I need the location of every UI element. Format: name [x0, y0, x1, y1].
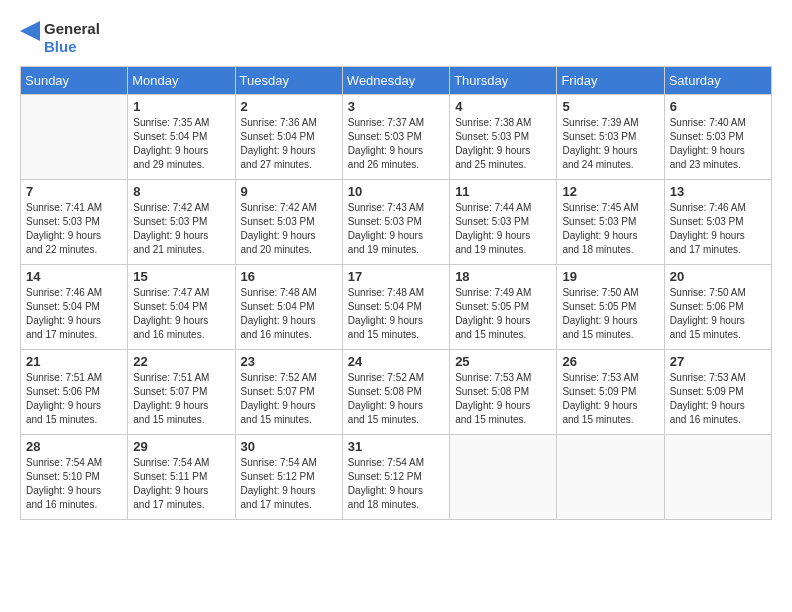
day-info: Sunrise: 7:54 AMSunset: 5:12 PMDaylight:…: [348, 456, 444, 512]
calendar-cell: 8Sunrise: 7:42 AMSunset: 5:03 PMDaylight…: [128, 180, 235, 265]
calendar-cell: 9Sunrise: 7:42 AMSunset: 5:03 PMDaylight…: [235, 180, 342, 265]
day-info: Sunrise: 7:52 AMSunset: 5:08 PMDaylight:…: [348, 371, 444, 427]
day-info: Sunrise: 7:42 AMSunset: 5:03 PMDaylight:…: [241, 201, 337, 257]
day-number: 24: [348, 354, 444, 369]
calendar-cell: 22Sunrise: 7:51 AMSunset: 5:07 PMDayligh…: [128, 350, 235, 435]
day-info: Sunrise: 7:54 AMSunset: 5:10 PMDaylight:…: [26, 456, 122, 512]
calendar-cell: 23Sunrise: 7:52 AMSunset: 5:07 PMDayligh…: [235, 350, 342, 435]
calendar-cell: 24Sunrise: 7:52 AMSunset: 5:08 PMDayligh…: [342, 350, 449, 435]
calendar-cell: 2Sunrise: 7:36 AMSunset: 5:04 PMDaylight…: [235, 95, 342, 180]
page-header: General Blue: [20, 20, 772, 56]
day-number: 19: [562, 269, 658, 284]
day-number: 13: [670, 184, 766, 199]
calendar-cell: 12Sunrise: 7:45 AMSunset: 5:03 PMDayligh…: [557, 180, 664, 265]
calendar-cell: 15Sunrise: 7:47 AMSunset: 5:04 PMDayligh…: [128, 265, 235, 350]
day-number: 2: [241, 99, 337, 114]
day-number: 1: [133, 99, 229, 114]
calendar-cell: 26Sunrise: 7:53 AMSunset: 5:09 PMDayligh…: [557, 350, 664, 435]
day-info: Sunrise: 7:49 AMSunset: 5:05 PMDaylight:…: [455, 286, 551, 342]
calendar-week-row: 28Sunrise: 7:54 AMSunset: 5:10 PMDayligh…: [21, 435, 772, 520]
day-number: 15: [133, 269, 229, 284]
day-number: 5: [562, 99, 658, 114]
day-info: Sunrise: 7:48 AMSunset: 5:04 PMDaylight:…: [241, 286, 337, 342]
day-number: 9: [241, 184, 337, 199]
day-number: 12: [562, 184, 658, 199]
day-info: Sunrise: 7:35 AMSunset: 5:04 PMDaylight:…: [133, 116, 229, 172]
weekday-header: Tuesday: [235, 67, 342, 95]
calendar-week-row: 1Sunrise: 7:35 AMSunset: 5:04 PMDaylight…: [21, 95, 772, 180]
day-info: Sunrise: 7:51 AMSunset: 5:06 PMDaylight:…: [26, 371, 122, 427]
day-number: 11: [455, 184, 551, 199]
calendar-cell: 31Sunrise: 7:54 AMSunset: 5:12 PMDayligh…: [342, 435, 449, 520]
logo-arrow-icon: [20, 21, 40, 56]
calendar-cell: 16Sunrise: 7:48 AMSunset: 5:04 PMDayligh…: [235, 265, 342, 350]
calendar-cell: 1Sunrise: 7:35 AMSunset: 5:04 PMDaylight…: [128, 95, 235, 180]
svg-marker-0: [20, 21, 40, 41]
calendar-cell: 20Sunrise: 7:50 AMSunset: 5:06 PMDayligh…: [664, 265, 771, 350]
weekday-header: Sunday: [21, 67, 128, 95]
day-info: Sunrise: 7:42 AMSunset: 5:03 PMDaylight:…: [133, 201, 229, 257]
day-info: Sunrise: 7:52 AMSunset: 5:07 PMDaylight:…: [241, 371, 337, 427]
calendar-cell: [450, 435, 557, 520]
day-number: 20: [670, 269, 766, 284]
day-info: Sunrise: 7:46 AMSunset: 5:04 PMDaylight:…: [26, 286, 122, 342]
calendar-cell: 27Sunrise: 7:53 AMSunset: 5:09 PMDayligh…: [664, 350, 771, 435]
calendar-cell: 10Sunrise: 7:43 AMSunset: 5:03 PMDayligh…: [342, 180, 449, 265]
day-number: 8: [133, 184, 229, 199]
day-info: Sunrise: 7:39 AMSunset: 5:03 PMDaylight:…: [562, 116, 658, 172]
logo-general-text: General: [44, 20, 100, 38]
day-info: Sunrise: 7:51 AMSunset: 5:07 PMDaylight:…: [133, 371, 229, 427]
day-info: Sunrise: 7:36 AMSunset: 5:04 PMDaylight:…: [241, 116, 337, 172]
day-number: 23: [241, 354, 337, 369]
calendar-table: SundayMondayTuesdayWednesdayThursdayFrid…: [20, 66, 772, 520]
day-info: Sunrise: 7:44 AMSunset: 5:03 PMDaylight:…: [455, 201, 551, 257]
day-number: 18: [455, 269, 551, 284]
calendar-cell: 18Sunrise: 7:49 AMSunset: 5:05 PMDayligh…: [450, 265, 557, 350]
day-info: Sunrise: 7:38 AMSunset: 5:03 PMDaylight:…: [455, 116, 551, 172]
day-number: 6: [670, 99, 766, 114]
day-info: Sunrise: 7:37 AMSunset: 5:03 PMDaylight:…: [348, 116, 444, 172]
day-number: 25: [455, 354, 551, 369]
day-number: 28: [26, 439, 122, 454]
day-number: 4: [455, 99, 551, 114]
day-number: 21: [26, 354, 122, 369]
day-info: Sunrise: 7:47 AMSunset: 5:04 PMDaylight:…: [133, 286, 229, 342]
day-info: Sunrise: 7:53 AMSunset: 5:09 PMDaylight:…: [562, 371, 658, 427]
calendar-cell: [557, 435, 664, 520]
weekday-header: Thursday: [450, 67, 557, 95]
day-number: 27: [670, 354, 766, 369]
calendar-cell: 7Sunrise: 7:41 AMSunset: 5:03 PMDaylight…: [21, 180, 128, 265]
calendar-cell: 4Sunrise: 7:38 AMSunset: 5:03 PMDaylight…: [450, 95, 557, 180]
day-info: Sunrise: 7:45 AMSunset: 5:03 PMDaylight:…: [562, 201, 658, 257]
logo: General Blue: [20, 20, 100, 56]
day-info: Sunrise: 7:41 AMSunset: 5:03 PMDaylight:…: [26, 201, 122, 257]
calendar-cell: 17Sunrise: 7:48 AMSunset: 5:04 PMDayligh…: [342, 265, 449, 350]
logo-blue-text: Blue: [44, 38, 100, 56]
day-info: Sunrise: 7:54 AMSunset: 5:11 PMDaylight:…: [133, 456, 229, 512]
day-info: Sunrise: 7:48 AMSunset: 5:04 PMDaylight:…: [348, 286, 444, 342]
calendar-week-row: 14Sunrise: 7:46 AMSunset: 5:04 PMDayligh…: [21, 265, 772, 350]
day-info: Sunrise: 7:46 AMSunset: 5:03 PMDaylight:…: [670, 201, 766, 257]
day-info: Sunrise: 7:43 AMSunset: 5:03 PMDaylight:…: [348, 201, 444, 257]
day-info: Sunrise: 7:53 AMSunset: 5:08 PMDaylight:…: [455, 371, 551, 427]
day-number: 30: [241, 439, 337, 454]
day-number: 7: [26, 184, 122, 199]
calendar-cell: 11Sunrise: 7:44 AMSunset: 5:03 PMDayligh…: [450, 180, 557, 265]
weekday-header: Wednesday: [342, 67, 449, 95]
calendar-cell: 30Sunrise: 7:54 AMSunset: 5:12 PMDayligh…: [235, 435, 342, 520]
day-info: Sunrise: 7:40 AMSunset: 5:03 PMDaylight:…: [670, 116, 766, 172]
day-number: 29: [133, 439, 229, 454]
calendar-cell: 25Sunrise: 7:53 AMSunset: 5:08 PMDayligh…: [450, 350, 557, 435]
weekday-header: Friday: [557, 67, 664, 95]
weekday-header: Saturday: [664, 67, 771, 95]
day-number: 14: [26, 269, 122, 284]
calendar-cell: 6Sunrise: 7:40 AMSunset: 5:03 PMDaylight…: [664, 95, 771, 180]
day-number: 16: [241, 269, 337, 284]
day-number: 10: [348, 184, 444, 199]
day-info: Sunrise: 7:50 AMSunset: 5:06 PMDaylight:…: [670, 286, 766, 342]
calendar-cell: [664, 435, 771, 520]
calendar-cell: 3Sunrise: 7:37 AMSunset: 5:03 PMDaylight…: [342, 95, 449, 180]
day-info: Sunrise: 7:53 AMSunset: 5:09 PMDaylight:…: [670, 371, 766, 427]
weekday-header-row: SundayMondayTuesdayWednesdayThursdayFrid…: [21, 67, 772, 95]
calendar-cell: 13Sunrise: 7:46 AMSunset: 5:03 PMDayligh…: [664, 180, 771, 265]
